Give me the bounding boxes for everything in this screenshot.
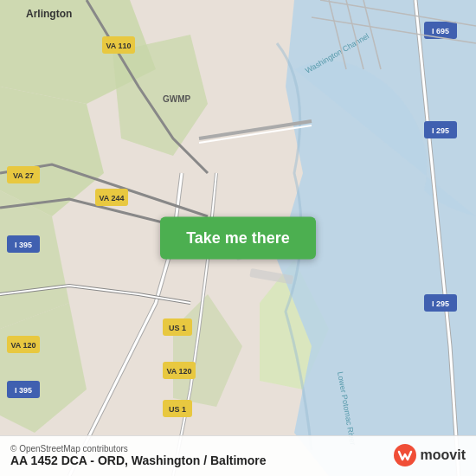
route-title: AA 1452 DCA - ORD, Washington / Baltimor…: [10, 453, 267, 467]
svg-text:I 295: I 295: [432, 299, 449, 308]
svg-text:VA 244: VA 244: [99, 194, 124, 203]
svg-text:Arlington: Arlington: [26, 8, 72, 20]
bottom-bar: © OpenStreetMap contributors AA 1452 DCA…: [0, 435, 476, 476]
svg-text:I 695: I 695: [432, 27, 449, 35]
svg-text:GWMP: GWMP: [163, 94, 191, 104]
svg-text:VA 120: VA 120: [10, 341, 35, 350]
svg-text:I 395: I 395: [15, 241, 32, 249]
svg-text:I 295: I 295: [432, 126, 449, 135]
svg-text:US 1: US 1: [169, 324, 186, 332]
svg-text:VA 110: VA 110: [106, 42, 131, 50]
svg-text:VA 27: VA 27: [13, 171, 34, 180]
map-container: VA 110 VA 27 VA 244 I 395 VA 120 I 395 I…: [0, 0, 476, 476]
copyright-text: © OpenStreetMap contributors: [10, 444, 267, 453]
moovit-text: moovit: [421, 447, 466, 463]
svg-text:I 395: I 395: [15, 386, 32, 395]
svg-text:VA 120: VA 120: [166, 367, 191, 376]
svg-text:US 1: US 1: [169, 405, 186, 414]
bottom-left-info: © OpenStreetMap contributors AA 1452 DCA…: [10, 444, 267, 467]
take-me-there-button[interactable]: Take me there: [160, 217, 316, 260]
moovit-icon: [393, 443, 417, 467]
moovit-logo: moovit: [393, 443, 466, 467]
